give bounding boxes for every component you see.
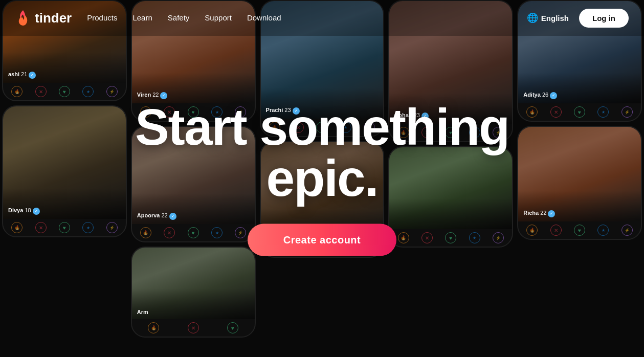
tinder-flame-icon bbox=[15, 10, 31, 26]
nav-products[interactable]: Products bbox=[87, 13, 117, 22]
nav-safety[interactable]: Safety bbox=[168, 13, 190, 22]
name-arm: Arm bbox=[137, 309, 148, 315]
hero-title-line2: epic. bbox=[92, 152, 552, 204]
create-account-button[interactable]: Create account bbox=[248, 224, 397, 256]
nav-learn[interactable]: Learn bbox=[132, 13, 152, 22]
nav-right: 🌐 English Log in bbox=[527, 9, 629, 28]
hero-title: Start something epic. bbox=[92, 101, 552, 204]
name-divya: Divya 18✓ bbox=[8, 207, 40, 215]
nav-links: Products Learn Safety Support Download bbox=[87, 13, 281, 23]
nav-support[interactable]: Support bbox=[205, 13, 232, 22]
name-aditya: Aditya 26✓ bbox=[523, 92, 557, 99]
hero-section: Start something epic. Create account bbox=[92, 101, 552, 256]
language-selector[interactable]: 🌐 English bbox=[527, 12, 569, 24]
globe-icon: 🌐 bbox=[527, 12, 538, 24]
language-label: English bbox=[541, 14, 569, 23]
logo-text: tinder bbox=[35, 10, 72, 26]
logo[interactable]: tinder bbox=[15, 10, 72, 26]
login-button[interactable]: Log in bbox=[579, 9, 629, 28]
navbar: tinder Products Learn Safety Support Dow… bbox=[0, 0, 644, 36]
name-ashi: ashi 21✓ bbox=[8, 71, 36, 79]
nav-download[interactable]: Download bbox=[247, 13, 281, 22]
hero-title-line1: Start something bbox=[92, 101, 552, 152]
